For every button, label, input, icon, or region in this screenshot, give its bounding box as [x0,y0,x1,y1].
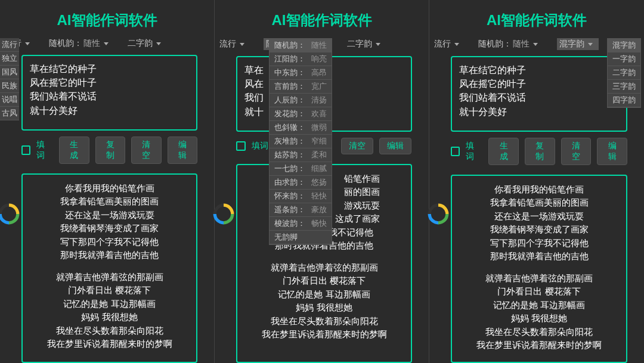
style-option[interactable]: 古风 [0,107,19,120]
rhyme-select[interactable]: 随机韵： 随性 [49,38,112,49]
rhyme-option[interactable]: 发花韵：欢喜 [270,107,332,121]
rhyme-dropdown: 随机韵：随性 江阳韵：响亮 中东韵：高昂 言前韵：宽广 人辰韵：清扬 发花韵：欢… [269,38,332,245]
rhyme-option[interactable]: 遥条韵：豪放 [270,203,332,217]
lyrics-input[interactable]: 草在结它的种子 风在摇它的叶子 我们站着不说话 就十分美好 [451,56,627,132]
style-option[interactable]: 说唱 [0,93,19,107]
chevron-down-icon [588,43,593,46]
edit-button[interactable]: 编辑 [168,136,198,164]
yun-option[interactable]: 一字韵 [608,52,640,66]
yun-option[interactable]: 二字韵 [608,66,640,80]
output-line: 妈妈 我很想她 [459,312,619,325]
rhyme-value: 随性 [83,38,100,49]
panel-1: AI智能作词软件 流行 随机韵： 随性 二字韵 流行 独立 国风 民族 说唱 古… [0,0,215,363]
chevron-down-icon [376,43,380,46]
rhyme-option[interactable]: 怀来韵：轻快 [270,190,332,203]
input-line: 风在摇它的叶子 [459,77,619,91]
fill-label: 填词 [36,139,51,161]
yun-value: 二字韵 [347,39,372,49]
rhyme-option[interactable]: 无韵脚 [270,231,332,244]
output-line: 我坐在尽头数着那朵向阳花 [30,324,189,338]
output-line: 你看我用我的铅笔作画 [459,183,619,197]
yun-select[interactable]: 二字韵 [347,39,384,49]
style-option[interactable]: 流行 [0,38,19,52]
app-title: AI智能作词软件 [215,0,429,38]
output-line: 我拿着铅笔画美丽的图画 [30,195,189,209]
clear-button[interactable]: 清空 [131,136,162,164]
stanza: 就弹着吉他弹着弦的那副画 门外看日出 樱花落下 记忆的是她 耳边那幅画 妈妈 我… [30,271,189,351]
rhyme-option[interactable]: 梭波韵：畅快 [270,217,332,231]
fill-label: 填词 [252,141,268,151]
output-line: 我绕着钢琴海变成了画家 [30,222,189,235]
panel-3: AI智能作词软件 流行 随机韵： 随性 混字韵 混字韵 一字韵 二字韵 三字韵 … [429,0,644,363]
style-option[interactable]: 民族 [0,79,19,93]
rhyme-option[interactable]: 一七韵：细腻 [270,162,332,176]
style-select[interactable]: 流行 [434,39,463,49]
yun-select[interactable]: 二字韵 [128,38,165,49]
output-line: 还在这是一场游戏玩耍 [459,210,619,224]
output-line: 记忆的是她 耳边那幅画 [30,297,189,311]
input-line: 就十分美好 [30,104,189,117]
generate-button[interactable]: 生成 [59,136,89,164]
input-line: 风在摇它的叶子 [30,76,189,89]
generate-button[interactable]: 生成 [488,138,519,165]
chevron-down-icon [104,42,109,45]
rhyme-option[interactable]: 言前韵：宽广 [270,80,332,94]
copy-button[interactable]: 复制 [525,138,555,165]
clear-button[interactable]: 清空 [561,138,592,165]
edit-button[interactable]: 编辑 [379,138,411,154]
edit-button[interactable]: 编辑 [597,138,627,165]
chevron-down-icon [156,42,161,45]
output-line: 我拿着铅笔画美丽的图画 [459,196,619,210]
loading-icon [0,203,20,225]
rhyme-label: 随机韵： [49,38,82,49]
toolbar: 流行 随机韵： 随性 二字韵 [0,38,214,55]
fill-checkbox[interactable] [451,147,460,156]
rhyme-option[interactable]: 随机韵：随性 [270,39,332,52]
chevron-down-icon [533,43,538,46]
yun-option[interactable]: 混字韵 [608,39,640,52]
lyrics-output: 你看我用我的铅笔作画 我拿着铅笔画美丽的图画 还在这是一场游戏玩耍 我绕着钢琴海… [451,175,627,363]
rhyme-option[interactable]: 江阳韵：响亮 [270,52,332,66]
output-line: 门外看日出 樱花落下 [459,285,619,299]
style-select[interactable]: 流行 [219,39,248,49]
yun-select[interactable]: 混字韵 [557,38,599,50]
loading-icon [212,203,235,225]
output-line: 妈妈 我很想她 [244,301,404,315]
fill-label: 填词 [466,141,481,162]
output-line: 妈妈 我很想她 [30,311,189,324]
chevron-down-icon [454,43,459,46]
input-line: 就十分美好 [459,105,619,119]
loading-icon [427,203,450,225]
output-line: 我在梦里诉说着那醒来时的梦啊 [244,328,404,342]
style-option[interactable]: 独立 [0,52,19,66]
rhyme-select[interactable]: 随机韵： 随性 [478,39,541,49]
yun-option[interactable]: 三字韵 [608,80,640,94]
copy-button[interactable]: 复制 [95,136,126,164]
rhyme-option[interactable]: 姑苏韵：柔和 [270,148,332,162]
output-line: 记忆的是她 耳边那幅画 [244,288,404,302]
rhyme-option[interactable]: 灰堆韵：窄细 [270,135,332,148]
fill-checkbox[interactable] [236,141,246,151]
output-line: 我在梦里诉说着那醒来时的梦啊 [459,339,619,352]
rhyme-label: 随机韵： [478,39,512,49]
action-row: 填词 生成 复制 清空 编辑 [429,132,644,171]
input-line: 草在结它的种子 [30,62,189,76]
output-line: 我坐在尽头数着那朵向阳花 [459,325,619,339]
clear-button[interactable]: 清空 [341,138,373,154]
rhyme-option[interactable]: 中东韵：高昂 [270,66,332,80]
yun-option[interactable]: 四字韵 [608,94,640,107]
rhyme-option[interactable]: 人辰韵：清扬 [270,94,332,107]
app-title: AI智能作词软件 [0,0,214,38]
chevron-down-icon [25,42,30,45]
output-line: 就弹着吉他弹着弦的那副画 [244,261,404,275]
lyrics-input[interactable]: 草在结它的种子 风在摇它的叶子 我们站着不说话 就十分美好 [21,55,197,131]
input-line: 草在结它的种子 [459,63,619,77]
output-line: 那时我就弹着吉他的吉他 [30,249,189,262]
fill-checkbox[interactable] [21,145,30,155]
output-line: 那时我就弹着吉他的吉他 [459,250,619,263]
style-option[interactable]: 国风 [0,66,19,79]
panel-2: AI智能作词软件 流行 随机韵： 随性 二字韵 随机韵：随性 江阳韵：响亮 中东… [215,0,429,363]
rhyme-option[interactable]: 由求韵：悠扬 [270,176,332,190]
yun-value: 二字韵 [128,38,153,49]
rhyme-option[interactable]: 也斜辙：微弱 [270,121,332,135]
